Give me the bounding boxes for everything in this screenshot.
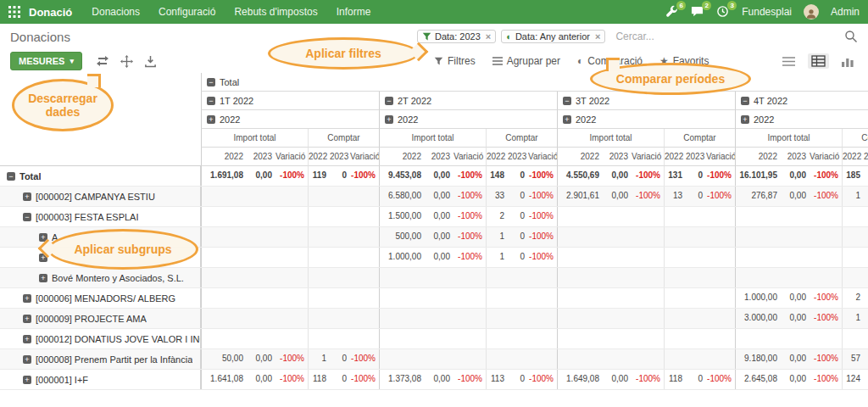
pivot-cell [486,329,508,348]
facet-remove-icon[interactable]: × [486,31,491,42]
company-name[interactable]: Fundesplai [742,6,792,18]
expand-icon[interactable]: + [23,355,31,364]
menu-donacions[interactable]: Donacions [82,0,149,24]
pivot-col-grand-total[interactable]: −Total [201,73,868,92]
pivot-col-quarter[interactable]: −1T 2022 [201,92,379,110]
pivot-cell [864,309,868,328]
expand-icon[interactable]: + [23,376,31,384]
pivot-subheader: 2023 [864,148,868,166]
pivot-measure-header[interactable]: Import total [735,129,842,148]
user-name[interactable]: Admin [831,6,860,18]
pivot-cell: 1.641,08 [201,370,247,389]
pivot-cell: -100% [453,187,486,206]
pivot-cell: 1 [842,309,864,328]
expand-icon[interactable]: + [23,315,31,323]
wrench-icon[interactable]: 6 [665,5,679,19]
pivot-cell: 1.000,00 [735,288,781,308]
pivot-cell [842,268,864,287]
pivot-col-year[interactable]: +2022 [201,110,379,129]
pivot-col-year[interactable]: +2022 [735,110,868,129]
pivot-row: −[000003] FESTA ESPLAI1.500,000,00-100%2… [0,207,868,227]
breadcrumb[interactable]: Donacions [10,30,70,44]
pivot-cell: 119 [308,166,330,186]
collapse-icon[interactable]: − [563,97,571,105]
pivot-cell [781,227,810,247]
expand-icon[interactable]: + [23,335,31,343]
collapse-icon[interactable]: − [207,78,215,86]
pivot-row-header[interactable]: +[000008] Prenem Partit per la Infància [0,349,201,369]
pivot-cell [603,288,632,308]
pivot-cell [528,309,557,328]
collapse-icon[interactable]: − [741,97,749,105]
pivot-measure-header[interactable]: Comptar [664,129,735,148]
collapse-icon[interactable]: − [7,172,15,181]
expand-icon[interactable]: + [23,294,31,303]
collapse-icon[interactable]: − [385,97,393,105]
filters-button[interactable]: Filtres [434,55,476,67]
pivot-col-year[interactable]: +2022 [379,110,557,129]
clock-icon[interactable]: 3 [716,5,730,19]
search-bar[interactable]: Data: 2023×◐Data: Any anterior× Cercar..… [417,30,858,43]
pivot-col-quarter[interactable]: −4T 2022 [735,92,868,110]
collapse-icon[interactable]: − [207,97,215,105]
pivot-row-header[interactable]: +[000001] I+F [0,370,201,389]
menu-informe[interactable]: Informe [327,0,381,24]
download-icon[interactable] [144,55,157,68]
pivot-row-header[interactable]: −[000003] FESTA ESPLAI [0,207,201,226]
pivot-cell [603,329,632,348]
app-brand[interactable]: Donació [29,6,72,19]
pivot-row-header[interactable]: −Total [0,166,201,186]
pivot-cell: -100% [810,370,842,389]
pivot-row-header[interactable]: +[000009] PROJECTE AMA [0,309,201,328]
swap-axes-icon[interactable] [96,56,109,66]
pivot-measure-header[interactable]: Import total [557,129,664,148]
menu-rebuts-d-impostos[interactable]: Rebuts d'impostos [225,0,326,24]
search-facet-comparison[interactable]: ◐Data: Any anterior× [501,30,605,43]
search-input[interactable]: Cercar... [615,31,844,42]
group-by-button[interactable]: Agrupar per [492,55,560,67]
expand-icon[interactable]: + [563,115,571,124]
pivot-cell [603,349,632,369]
pivot-measure-header[interactable]: Comptar [842,129,868,148]
chat-icon[interactable]: 2 [691,5,704,19]
pivot-row-header[interactable]: +Bové Montero y Asociados, S.L. [0,268,201,287]
pivot-cell [664,248,686,267]
avatar[interactable] [804,4,819,20]
expand-icon[interactable]: + [39,274,47,282]
pivot-col-quarter[interactable]: −2T 2022 [379,92,557,110]
pivot-measure-header[interactable]: Import total [201,129,308,148]
expand-icon[interactable]: + [23,192,31,201]
pivot-measure-header[interactable]: Import total [379,129,486,148]
pivot-cell [350,309,379,328]
pivot-row-header[interactable]: +[000006] MENJADORS/ ALBERG [0,288,201,308]
expand-icon[interactable]: + [207,115,215,124]
pivot-measure-header[interactable]: Comptar [486,129,557,148]
measures-button[interactable]: MESURES ▾ [10,52,82,70]
pivot-cell [247,309,275,328]
menu-configuraci-[interactable]: Configuració [149,0,225,24]
expand-all-icon[interactable] [120,55,133,68]
pivot-cell [810,268,842,287]
pivot-cell [247,288,275,308]
pivot-col-year[interactable]: +2022 [557,110,735,129]
pivot-cell [201,329,247,348]
facet-remove-icon[interactable]: × [595,31,600,42]
pivot-row-header[interactable]: +[000012] DONATIUS JOVE VALOR I INCLUSIO [0,329,201,348]
chart-view-button[interactable] [837,54,858,69]
pivot-cell [330,248,350,267]
pivot-col-quarter[interactable]: −3T 2022 [557,92,735,110]
expand-icon[interactable]: + [385,115,393,124]
pivot-row-header[interactable]: +[000002] CAMPANYA ESTIU [0,187,201,206]
collapse-icon[interactable]: − [23,213,31,221]
pivot-cell: -100% [528,248,557,267]
search-facet-filter[interactable]: Data: 2023× [417,30,496,43]
search-icon[interactable] [844,30,858,43]
pivot-cell [528,329,557,348]
expand-icon[interactable]: + [741,115,749,124]
list-view-button[interactable] [778,54,799,69]
apps-grid-icon[interactable] [8,5,24,19]
pivot-view-button[interactable] [808,53,829,69]
pivot-measure-header[interactable]: Comptar [308,129,379,148]
pivot-cell [201,187,247,206]
pivot-subheader: Variació [632,148,664,166]
